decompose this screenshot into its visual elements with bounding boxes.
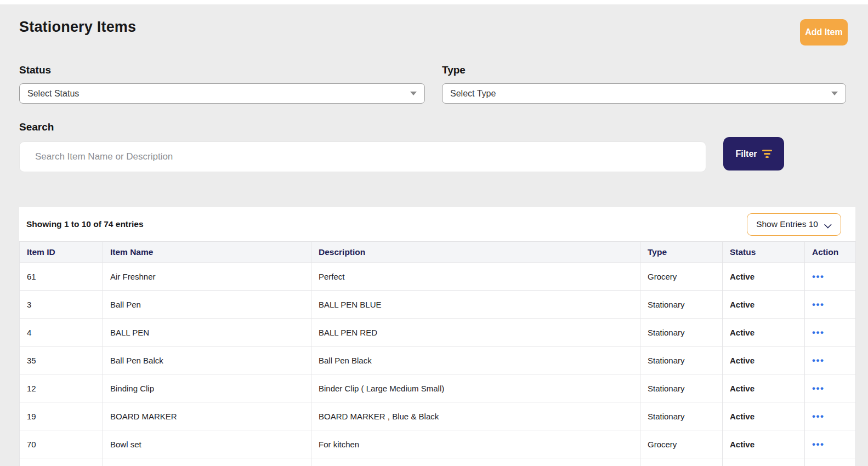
caret-down-icon [831,92,838,95]
table-row: 19 BOARD MARKER BOARD MARKER , Blue & Bl… [20,402,856,430]
cell-item-name: Binding Clip [103,374,311,402]
table-header-row: Item ID Item Name Description Type Statu… [20,242,856,263]
cell-action: ••• [805,374,856,402]
cell-item-name: Bowl set [103,430,311,458]
cell-item-name: Air Freshner [103,263,311,291]
showing-entries-text: Showing 1 to 10 of 74 entries [26,219,144,229]
search-input[interactable] [19,141,706,172]
cell-action: ••• [805,430,856,458]
row-actions-button[interactable]: ••• [812,330,824,336]
cell-item-name [103,458,311,466]
search-label: Search [19,121,54,133]
top-strip [0,0,868,4]
cell-type: Stationary [640,374,723,402]
cell-action: ••• [805,291,856,319]
cell-description: Ball Pen Black [311,346,640,374]
cell-description: Perfect [311,263,640,291]
table-row [20,458,856,466]
table-row: 35 Ball Pen Balck Ball Pen Black Station… [20,346,856,374]
page-title: Stationery Items [19,19,136,36]
column-header-description[interactable]: Description [311,242,640,263]
filter-button[interactable]: Filter [723,137,784,171]
column-header-item-name[interactable]: Item Name [103,242,311,263]
cell-action: ••• [805,319,856,346]
cell-item-name: BALL PEN [103,319,311,346]
cell-item-id: 35 [20,346,103,374]
cell-item-id: 70 [20,430,103,458]
table-row: 3 Ball Pen BALL PEN BLUE Stationary Acti… [20,291,856,319]
items-table-card: Showing 1 to 10 of 74 entries Show Entri… [19,207,855,466]
cell-action: ••• [805,263,856,291]
cell-type: Stationary [640,346,723,374]
table-body: 61 Air Freshner Perfect Grocery Active •… [20,263,856,466]
column-header-status[interactable]: Status [723,242,805,263]
status-badge: Active [723,402,805,430]
table-row: 70 Bowl set For kitchen Grocery Active •… [20,430,856,458]
cell-description: BALL PEN BLUE [311,291,640,319]
show-entries-dropdown[interactable]: Show Entries 10 [747,213,841,236]
type-select-value: Select Type [450,89,496,99]
cell-description [311,458,640,466]
items-table: Item ID Item Name Description Type Statu… [19,241,856,466]
cell-item-name: BOARD MARKER [103,402,311,430]
cell-description: BOARD MARKER , Blue & Black [311,402,640,430]
column-header-item-id[interactable]: Item ID [20,242,103,263]
table-row: 12 Binding Clip Binder Clip ( Large Medi… [20,374,856,402]
cell-item-id [20,458,103,466]
status-badge: Active [723,374,805,402]
filter-lines-icon [762,150,772,158]
cell-type [640,458,723,466]
cell-item-id: 61 [20,263,103,291]
table-row: 4 BALL PEN BALL PEN RED Stationary Activ… [20,319,856,346]
status-badge: Active [723,263,805,291]
cell-action: ••• [805,402,856,430]
row-actions-button[interactable]: ••• [812,442,824,447]
filter-button-label: Filter [735,149,757,159]
cell-item-name: Ball Pen Balck [103,346,311,374]
show-entries-label: Show Entries 10 [756,219,818,229]
cell-type: Grocery [640,430,723,458]
cell-description: BALL PEN RED [311,319,640,346]
status-badge: Active [723,346,805,374]
status-badge [723,458,805,466]
cell-item-id: 19 [20,402,103,430]
chevron-down-icon [825,222,832,226]
status-badge: Active [723,430,805,458]
row-actions-button[interactable]: ••• [812,358,824,363]
cell-type: Stationary [640,291,723,319]
type-label: Type [442,64,466,76]
column-header-action[interactable]: Action [805,242,856,263]
row-actions-button[interactable]: ••• [812,274,824,280]
row-actions-button[interactable]: ••• [812,386,824,391]
row-actions-button[interactable]: ••• [812,414,824,419]
caret-down-icon [410,92,417,95]
table-row: 61 Air Freshner Perfect Grocery Active •… [20,263,856,291]
cell-type: Stationary [640,319,723,346]
status-select-value: Select Status [27,89,79,99]
cell-item-id: 3 [20,291,103,319]
status-select[interactable]: Select Status [19,83,425,104]
status-label: Status [19,64,51,76]
add-item-button[interactable]: Add Item [800,19,848,46]
table-toolbar: Showing 1 to 10 of 74 entries Show Entri… [19,207,855,241]
status-badge: Active [723,319,805,346]
cell-item-id: 4 [20,319,103,346]
cell-action: ••• [805,346,856,374]
status-badge: Active [723,291,805,319]
cell-item-name: Ball Pen [103,291,311,319]
column-header-type[interactable]: Type [640,242,723,263]
cell-description: Binder Clip ( Large Medium Small) [311,374,640,402]
cell-description: For kitchen [311,430,640,458]
row-actions-button[interactable]: ••• [812,302,824,308]
cell-item-id: 12 [20,374,103,402]
type-select[interactable]: Select Type [442,83,846,104]
cell-action [805,458,856,466]
cell-type: Grocery [640,263,723,291]
cell-type: Stationary [640,402,723,430]
